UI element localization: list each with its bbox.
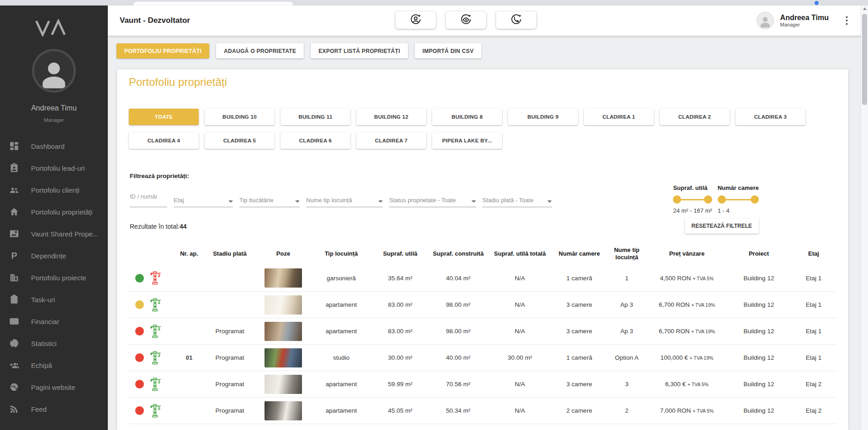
sidebar-item-portofoliu-proprietati[interactable]: Portofoliu proprietăți [0, 201, 108, 223]
building-filter-building-11[interactable]: BUILDING 11 [281, 109, 350, 125]
building-filter-cladirea-1[interactable]: CLADIREA 1 [584, 109, 654, 125]
building-filter-cladirea-7[interactable]: CLADIREA 7 [356, 132, 426, 149]
sidebar-item-task-uri[interactable]: Task-uri [0, 288, 108, 310]
cell-numar-camere: 1 cameră [552, 275, 607, 282]
action-button-add-call[interactable] [496, 11, 536, 29]
price-main: 7,000 RON [660, 407, 691, 414]
building-filter-cladirea-2[interactable]: CLADIREA 2 [660, 109, 730, 125]
action-button-add-lead[interactable] [396, 11, 436, 29]
window-scrollbar[interactable] [861, 5, 868, 430]
building-filter-building-9[interactable]: BUILDING 9 [508, 109, 578, 125]
slider-handle-min[interactable] [718, 195, 726, 204]
property-photo[interactable] [265, 322, 302, 341]
sidebar-item-label: Pagini website [31, 383, 75, 391]
sidebar-item-portofoliu-proiecte[interactable]: Portofoliu proiecte [0, 267, 108, 288]
building-filter-cladirea-3[interactable]: CLADIREA 3 [736, 109, 805, 125]
building-filter-building-8[interactable]: BUILDING 8 [432, 109, 502, 125]
column-header: Tip locuință [311, 250, 372, 257]
table-row[interactable]: 01 Programat studio 30.00 m² 40.00 m² 30… [129, 344, 836, 371]
filter-select[interactable]: Stadiu plată - Toate [482, 189, 552, 207]
cell-proiect: Building 12 [727, 328, 791, 335]
cell-supraf-utila: 83.00 m² [372, 301, 429, 308]
filter-select[interactable]: Tip bucătărie [239, 189, 300, 207]
property-photo[interactable] [265, 348, 302, 367]
chevron-down-icon [295, 200, 300, 203]
toolbar-button-export-lista-proprietati[interactable]: EXPORT LISTĂ PROPRIETĂȚI [311, 43, 408, 58]
sidebar-item-statistici[interactable]: Statistici [0, 332, 108, 354]
sidebar-item-echipa[interactable]: Echipă [0, 354, 108, 376]
cell-pret-vanzare: 6,300 € + TVA 5% [647, 381, 727, 388]
cell-numar-camere: 3 camere [552, 301, 607, 308]
sidebar-avatar[interactable] [32, 49, 76, 93]
building-filter-building-10[interactable]: BUILDING 10 [205, 109, 275, 125]
cell-supraf-construita: 98.00 m² [429, 328, 488, 335]
table-row[interactable]: Programat apartament 59.99 m² 70.56 m² N… [129, 371, 836, 397]
filter-tip-bucatarie: Tip bucătărie [239, 189, 300, 207]
chevron-down-icon [547, 200, 552, 203]
sidebar-item-label: Dependințe [31, 252, 66, 260]
browser-profile-dot[interactable] [815, 1, 819, 5]
sidebar-item-portofoliu-clienti[interactable]: Portofoliu clienți [0, 179, 108, 201]
building-filter-cladirea-4[interactable]: CLADIREA 4 [129, 132, 199, 149]
property-photo[interactable] [265, 295, 302, 315]
sidebar-item-feed[interactable]: Feed [0, 398, 108, 420]
chevron-down-icon [228, 200, 233, 203]
browser-tab[interactable] [133, 2, 293, 5]
filter-select[interactable]: Status proprietate - Toate [389, 189, 476, 207]
column-header: Supraf. construită [429, 250, 488, 257]
table-row[interactable]: apartament 83.00 m² 98.00 m² N/A 3 camer… [129, 291, 836, 318]
property-photo[interactable] [265, 375, 302, 394]
cell-supraf-utila-totala: N/A [488, 407, 552, 414]
building-filter-pipera-lake-by[interactable]: PIPERA LAKE BY... [432, 132, 502, 149]
price-tva: + TVA 19% [691, 302, 715, 308]
topbar-user[interactable]: Andreea Timu Manager [757, 5, 851, 36]
cell-status [129, 350, 175, 366]
cell-etaj: Etaj 2 [791, 381, 836, 388]
cell-status [129, 377, 175, 392]
id-number-input[interactable] [130, 189, 167, 207]
scrollbar-thumb[interactable] [862, 14, 867, 105]
crane-icon [149, 324, 163, 339]
toolbar-button-portofoliu-proprietati[interactable]: PORTOFOLIU PROPRIETĂȚI [116, 43, 209, 58]
sidebar-item-dashboard[interactable]: Dashboard [0, 135, 108, 157]
sidebar-item-portofoliu-lead-uri[interactable]: Portofoliu lead-uri [0, 157, 108, 179]
cell-supraf-utila: 45.05 m² [372, 407, 429, 414]
letter-p-icon: P [9, 251, 19, 261]
building-filter-building-12[interactable]: BUILDING 12 [356, 109, 426, 125]
add-call-icon [509, 13, 523, 28]
sidebar-item-financiar[interactable]: Financiar [0, 310, 108, 332]
add-viewing-icon [459, 13, 473, 28]
price-main: 6,300 € [665, 381, 686, 388]
building-filter-cladirea-6[interactable]: CLADIREA 6 [281, 132, 350, 149]
cell-supraf-construita: 40.00 m² [429, 354, 488, 361]
action-button-add-viewing[interactable] [446, 11, 486, 29]
slider-handle-max[interactable] [751, 195, 759, 204]
property-photo[interactable] [265, 401, 302, 420]
home-icon [9, 207, 19, 217]
filter-select[interactable]: Nume tip locuință [306, 189, 383, 207]
cell-status [129, 270, 175, 286]
toolbar-button-importa-din-csv[interactable]: IMPORTĂ DIN CSV [415, 43, 482, 58]
table-row[interactable]: Programat apartament 45.05 m² 50.34 m² N… [129, 397, 836, 424]
sidebar-item-vaunt-shared-properties[interactable]: Vaunt Shared Prope... [0, 223, 108, 245]
scrollbar-up-arrow[interactable] [863, 7, 867, 10]
filter-select[interactable]: Etaj [174, 189, 233, 207]
user-avatar[interactable] [757, 12, 774, 29]
slider-handle-max[interactable] [704, 195, 712, 204]
cell-supraf-utila: 30.00 m² [372, 354, 429, 361]
sidebar-item-pagini-website[interactable]: Pagini website [0, 376, 108, 398]
building-filter-toate[interactable]: TOATE [129, 109, 199, 125]
slider-handle-min[interactable] [673, 195, 681, 204]
cell-status [129, 403, 175, 419]
sidebar-item-label: Statistici [31, 340, 57, 347]
table-row[interactable]: Programat apartament 83.00 m² 98.00 m² N… [129, 318, 836, 344]
sidebar-item-dependinte[interactable]: P Dependințe [0, 245, 108, 267]
kebab-menu-icon[interactable] [842, 15, 851, 26]
table-row[interactable]: garsonieră 35.64 m² 40.04 m² N/A 1 camer… [129, 265, 836, 291]
slider-label: Număr camere [718, 184, 759, 191]
slider-track [722, 199, 755, 201]
toolbar-button-adauga-o-proprietate[interactable]: ADAUGĂ O PROPRIETATE [216, 43, 304, 58]
building-filter-cladirea-5[interactable]: CLADIREA 5 [205, 132, 275, 149]
property-photo[interactable] [265, 268, 302, 288]
reset-filters-button[interactable]: RESETEAZĂ FILTRELE [685, 218, 759, 234]
